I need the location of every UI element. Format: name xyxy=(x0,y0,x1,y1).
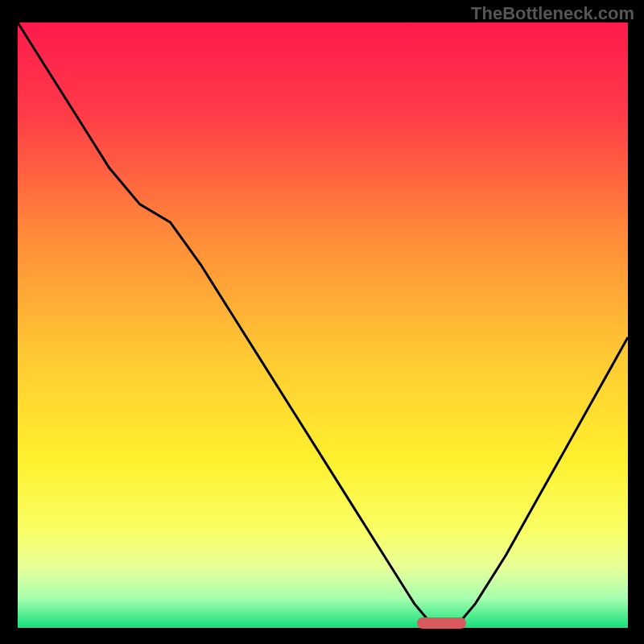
bottleneck-curve xyxy=(18,23,628,628)
optimal-marker xyxy=(417,617,466,629)
plot-area xyxy=(18,23,628,628)
chart-container: TheBottleneck.com xyxy=(0,0,644,644)
watermark-text: TheBottleneck.com xyxy=(471,3,634,24)
